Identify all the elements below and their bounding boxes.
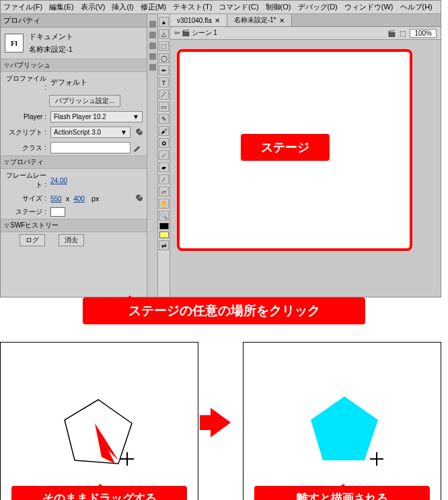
panel-tab-properties[interactable]: プロパティ (1, 14, 147, 28)
paint-bucket-tool-icon[interactable]: ▰ (159, 162, 169, 172)
stage-annotation-label: ステージ (241, 134, 330, 161)
flash-document-icon: Fl (5, 34, 24, 52)
properties-panel: プロパティ Fl ドキュメント 名称未設定-1 パブリッシュ プロファイル : … (1, 14, 147, 297)
zoom-field[interactable]: 100% (410, 29, 437, 38)
profile-value: デフォルト (50, 77, 87, 87)
collapsed-panel-strip (147, 14, 158, 297)
player-select[interactable]: Flash Player 10.2▼ (50, 111, 143, 122)
width-value[interactable]: 550 (50, 195, 62, 203)
document-type-label: ドキュメント (29, 32, 73, 42)
main-area: プロパティ Fl ドキュメント 名称未設定-1 パブリッシュ プロファイル : … (1, 14, 441, 297)
size-x: x (66, 194, 70, 203)
pentagon-filled-result (244, 343, 442, 500)
class-input[interactable] (50, 142, 130, 153)
flash-app-window: ファイル(F) 編集(E) 表示(V) 挿入(I) 修正(M) テキスト(T) … (0, 0, 441, 297)
pencil-icon[interactable] (133, 143, 143, 153)
menu-view[interactable]: 表示(V) (81, 2, 106, 12)
document-name-label: 名称未設定-1 (29, 44, 73, 55)
menu-help[interactable]: ヘルプ(H) (400, 2, 433, 12)
close-icon[interactable]: ✕ (279, 17, 285, 24)
eyedropper-tool-icon[interactable]: ⁄ (159, 174, 169, 184)
close-icon[interactable]: ✕ (215, 17, 220, 24)
menu-file[interactable]: ファイル(F) (3, 2, 42, 12)
fill-color-swatch[interactable] (159, 231, 169, 238)
scene-icon: 🎬 (182, 29, 190, 36)
player-label: Player : (5, 113, 46, 120)
brush-tool-icon[interactable]: 🖌 (159, 126, 169, 136)
tools-panel: ▲ △ ⬚ ◯ ✒ T ／ ▭ ✎ 🖌 ✿ ⟋ ▰ ⁄ ▱ ✋ 🔍 ⇄ (158, 14, 170, 297)
menu-debug[interactable]: デバッグ(D) (298, 2, 338, 12)
menu-control[interactable]: 制御(O) (266, 2, 291, 12)
stroke-color-swatch[interactable] (159, 223, 169, 229)
pentagon-outline-drag (1, 343, 199, 500)
step-row: そのままドラッグする 離すと描画される (0, 342, 441, 500)
dropdown-icon: ▼ (120, 129, 127, 136)
class-label: クラス : (5, 143, 46, 153)
rectangle-tool-icon[interactable]: ▭ (159, 102, 169, 112)
scene-bar: ⇦ 🎬 シーン 1 🎬 ⬚ 100% (170, 27, 441, 40)
wrench-icon[interactable] (133, 194, 143, 203)
profile-label: プロファイル : (5, 74, 46, 91)
stage-color-label: ステージ : (5, 207, 46, 217)
text-tool-icon[interactable]: T (159, 77, 169, 87)
callout-click-stage: ステージの任意の場所をクリック (83, 297, 365, 324)
section-publish[interactable]: パブリッシュ (1, 59, 147, 72)
line-tool-icon[interactable]: ／ (159, 90, 169, 100)
doc-tab-active[interactable]: 名称未設定-1*✕ (227, 14, 292, 26)
canvas-area: v301040.fla✕ 名称未設定-1*✕ ⇦ 🎬 シーン 1 🎬 ⬚ 100… (170, 14, 441, 297)
pen-tool-icon[interactable]: ✒ (159, 65, 169, 75)
free-transform-tool-icon[interactable]: ⬚ (159, 41, 169, 51)
panel-icon[interactable] (149, 21, 156, 28)
wrench-icon[interactable] (133, 128, 143, 137)
section-history[interactable]: SWFヒストリー (1, 219, 147, 232)
panel-icon[interactable] (149, 32, 156, 38)
script-select[interactable]: ActionScript 3.0▼ (50, 127, 130, 138)
menu-window[interactable]: ウィンドウ(W) (344, 2, 394, 12)
deco-tool-icon[interactable]: ✿ (159, 138, 169, 148)
bone-tool-icon[interactable]: ⟋ (159, 150, 169, 160)
stage-color-swatch[interactable] (50, 207, 65, 217)
step2-box: 離すと描画される (243, 342, 441, 500)
callout-step2: 離すと描画される (254, 486, 430, 500)
menu-modify[interactable]: 修正(M) (141, 2, 167, 12)
menubar: ファイル(F) 編集(E) 表示(V) 挿入(I) 修正(M) テキスト(T) … (1, 1, 441, 14)
edit-symbol-icon[interactable]: ⬚ (400, 30, 406, 37)
svg-marker-4 (311, 396, 378, 460)
scene-name[interactable]: シーン 1 (192, 29, 217, 36)
swap-colors-icon[interactable]: ⇄ (159, 240, 169, 250)
menu-commands[interactable]: コマンド(C) (219, 2, 258, 12)
step1-box: そのままドラッグする (0, 342, 198, 500)
stage-container: ステージ (170, 40, 441, 297)
size-label: サイズ : (5, 194, 46, 203)
edit-scene-icon[interactable]: 🎬 (387, 30, 396, 37)
fps-label: フレームレート : (5, 171, 46, 190)
panel-icon[interactable] (149, 53, 156, 60)
lasso-tool-icon[interactable]: ◯ (159, 53, 169, 63)
back-icon[interactable]: ⇦ (174, 29, 180, 36)
selection-tool-icon[interactable]: ▲ (159, 17, 169, 27)
panel-icon[interactable] (149, 64, 156, 71)
section-properties[interactable]: プロパティ (1, 155, 147, 169)
panel-icon[interactable] (149, 42, 156, 49)
document-tabs: v301040.fla✕ 名称未設定-1*✕ (170, 14, 441, 27)
script-label: スクリプト : (5, 128, 46, 137)
log-button[interactable]: ログ (20, 234, 45, 246)
height-value[interactable]: 400 (73, 195, 85, 203)
callout-step1: そのままドラッグする (11, 486, 187, 500)
hand-tool-icon[interactable]: ✋ (159, 199, 169, 209)
subselection-tool-icon[interactable]: △ (159, 29, 169, 39)
menu-insert[interactable]: 挿入(I) (112, 2, 133, 12)
dropdown-icon: ▼ (133, 113, 139, 120)
menu-text[interactable]: テキスト(T) (173, 2, 212, 12)
publish-settings-button[interactable]: パブリッシュ設定... (49, 95, 120, 107)
eraser-tool-icon[interactable]: ▱ (159, 186, 169, 197)
fps-value[interactable]: 24.00 (50, 177, 67, 184)
arrow-right-icon (211, 408, 231, 437)
clear-button[interactable]: 消去 (59, 234, 84, 246)
document-header: Fl ドキュメント 名称未設定-1 (1, 28, 147, 59)
menu-edit[interactable]: 編集(E) (49, 2, 74, 12)
zoom-tool-icon[interactable]: 🔍 (159, 211, 169, 221)
doc-tab[interactable]: v301040.fla✕ (170, 14, 227, 26)
pencil-tool-icon[interactable]: ✎ (159, 114, 169, 124)
size-unit: px (91, 194, 100, 203)
